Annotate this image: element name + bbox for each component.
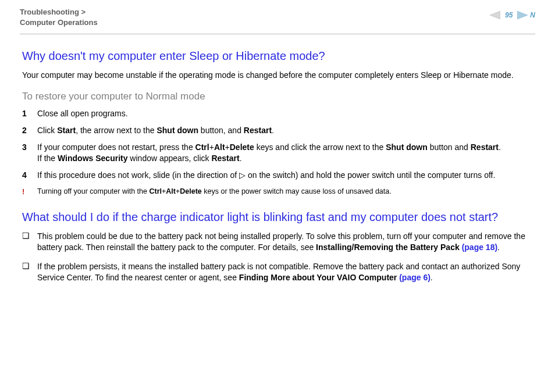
step-number: 1 <box>22 108 37 119</box>
step-2: 2 Click Start, the arrow next to the Shu… <box>22 125 533 136</box>
step-body: If your computer does not restart, press… <box>37 142 533 164</box>
square-bullet-icon: ❏ <box>22 231 37 241</box>
page-header: Troubleshooting > Computer Operations 95… <box>20 7 535 34</box>
n-label: N <box>530 10 535 20</box>
question-1-intro: Your computer may become unstable if the… <box>22 70 533 81</box>
question-2-title: What should I do if the charge indicator… <box>22 209 533 225</box>
step-number: 2 <box>22 125 37 136</box>
breadcrumb-top: Troubleshooting > <box>20 7 98 17</box>
bullet-body: If the problem persists, it means the in… <box>37 261 533 283</box>
breadcrumb-bottom: Computer Operations <box>20 17 98 28</box>
restore-subheading: To restore your computer to Normal mode <box>22 90 533 104</box>
triangle-icon: ▷ <box>239 170 246 180</box>
bullet-list: ❏ This problem could be due to the batte… <box>22 231 533 283</box>
step-body: If this procedure does not work, slide (… <box>37 170 533 181</box>
prev-page-icon[interactable] <box>490 11 500 19</box>
breadcrumb: Troubleshooting > Computer Operations <box>20 7 98 28</box>
list-item: ❏ This problem could be due to the batte… <box>22 231 533 253</box>
page-number: 95 <box>505 10 513 20</box>
next-page-icon[interactable] <box>517 11 528 19</box>
step-3: 3 If your computer does not restart, pre… <box>22 142 533 164</box>
steps-list: 1 Close all open programs. 2 Click Start… <box>22 108 533 180</box>
step-4: 4 If this procedure does not work, slide… <box>22 170 533 181</box>
svg-marker-1 <box>517 11 528 19</box>
step-1: 1 Close all open programs. <box>22 108 533 119</box>
step-number: 3 <box>22 142 37 153</box>
question-1-title: Why doesn't my computer enter Sleep or H… <box>22 48 533 64</box>
list-item: ❏ If the problem persists, it means the … <box>22 261 533 283</box>
square-bullet-icon: ❏ <box>22 261 37 271</box>
step-body: Close all open programs. <box>37 108 533 119</box>
step-body: Click Start, the arrow next to the Shut … <box>37 125 533 136</box>
page-6-link[interactable]: (page 6) <box>399 273 431 282</box>
svg-marker-0 <box>490 11 500 19</box>
warning-text: Turning off your computer with the Ctrl+… <box>37 187 392 197</box>
pager: 95 N <box>490 10 535 20</box>
warning-icon: ! <box>22 187 37 197</box>
content: Why doesn't my computer enter Sleep or H… <box>20 48 535 283</box>
step-number: 4 <box>22 170 37 181</box>
page-18-link[interactable]: (page 18) <box>462 243 497 252</box>
warning-note: ! Turning off your computer with the Ctr… <box>22 187 533 197</box>
bullet-body: This problem could be due to the battery… <box>37 231 533 253</box>
